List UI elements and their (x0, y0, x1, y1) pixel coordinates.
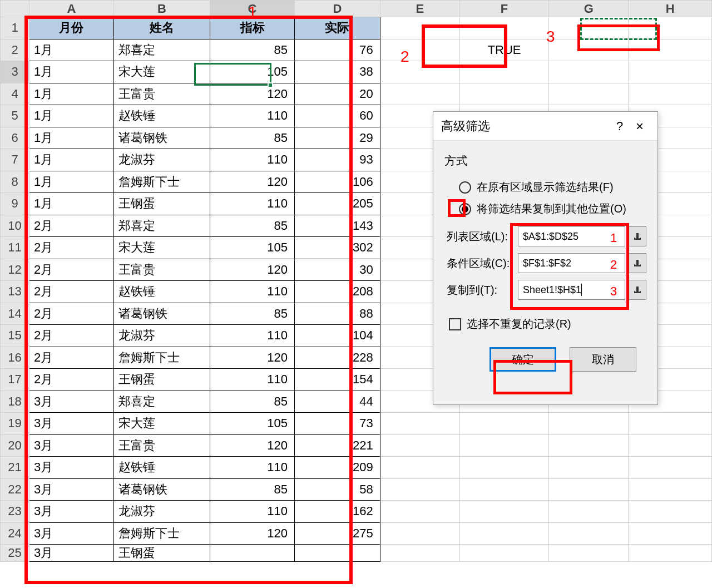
table-cell[interactable]: 120 (210, 83, 295, 105)
table-cell[interactable]: 1月 (29, 127, 114, 149)
cell[interactable] (629, 61, 712, 83)
cell[interactable] (549, 522, 629, 545)
table-cell[interactable]: 诸葛钢铁 (113, 478, 210, 501)
table-cell[interactable]: 詹姆斯下士 (113, 171, 210, 193)
cell[interactable] (380, 413, 459, 435)
table-cell[interactable]: 58 (294, 478, 380, 501)
table-cell[interactable]: 85 (210, 391, 295, 413)
table-cell[interactable]: 王钢蛋 (113, 193, 210, 215)
table-cell[interactable]: 221 (294, 434, 380, 457)
column-header-B[interactable]: B (113, 1, 210, 17)
table-cell[interactable]: 110 (210, 369, 295, 391)
cell[interactable] (629, 545, 712, 562)
table-cell[interactable]: 106 (294, 171, 380, 193)
row-header-4[interactable]: 4 (1, 83, 29, 105)
unique-records-checkbox-row[interactable]: 选择不重复的记录(R) (444, 307, 646, 332)
table-cell[interactable]: 赵铁锤 (113, 105, 210, 127)
cell[interactable] (629, 39, 712, 61)
table-cell[interactable]: 宋大莲 (113, 413, 210, 435)
table-cell[interactable]: 郑喜定 (113, 215, 210, 237)
table-cell[interactable]: 王富贵 (113, 83, 210, 105)
cell[interactable] (459, 413, 548, 435)
table-cell[interactable]: 38 (294, 61, 380, 83)
table-cell[interactable]: 1月 (29, 61, 114, 83)
row-header-3[interactable]: 3 (1, 61, 29, 83)
table-cell[interactable]: 154 (294, 369, 380, 391)
row-header-15[interactable]: 15 (1, 325, 29, 347)
table-cell[interactable]: 3月 (29, 545, 114, 562)
table-cell[interactable]: 龙淑芬 (113, 325, 210, 347)
row-header-24[interactable]: 24 (1, 522, 29, 545)
table-cell[interactable]: 3月 (29, 413, 114, 435)
table-cell[interactable]: 3月 (29, 457, 114, 479)
cell[interactable] (629, 413, 712, 435)
table-cell[interactable]: 105 (210, 413, 295, 435)
row-header-23[interactable]: 23 (1, 501, 29, 523)
table-cell[interactable]: 110 (210, 281, 295, 303)
column-header-H[interactable]: H (629, 1, 712, 17)
cell[interactable] (629, 501, 712, 523)
table-cell[interactable]: 143 (294, 215, 380, 237)
table-cell[interactable]: 162 (294, 501, 380, 523)
table-cell[interactable]: 3月 (29, 391, 114, 413)
cancel-button[interactable]: 取消 (570, 347, 636, 372)
row-header-7[interactable]: 7 (1, 149, 29, 171)
cell[interactable] (459, 478, 548, 501)
cell[interactable] (629, 83, 712, 105)
table-cell[interactable]: 85 (210, 39, 295, 61)
cell[interactable] (459, 501, 548, 523)
row-header-19[interactable]: 19 (1, 413, 29, 435)
row-header-17[interactable]: 17 (1, 369, 29, 391)
table-cell[interactable]: 105 (210, 237, 295, 259)
cell[interactable] (629, 478, 712, 501)
cell[interactable] (459, 434, 548, 457)
radio-filter-in-place[interactable]: 在原有区域显示筛选结果(F) (444, 176, 646, 198)
row-header-14[interactable]: 14 (1, 303, 29, 325)
cell[interactable] (629, 522, 712, 545)
row-header-6[interactable]: 6 (1, 127, 29, 149)
row-header-9[interactable]: 9 (1, 193, 29, 215)
cell[interactable] (549, 39, 629, 61)
row-header-20[interactable]: 20 (1, 434, 29, 457)
table-cell[interactable]: 30 (294, 259, 380, 281)
cell[interactable] (629, 457, 712, 479)
table-cell[interactable]: 龙淑芬 (113, 501, 210, 523)
table-cell[interactable] (294, 545, 380, 562)
row-header-13[interactable]: 13 (1, 281, 29, 303)
cell[interactable] (459, 522, 548, 545)
cell[interactable] (380, 478, 459, 501)
table-cell[interactable]: 诸葛钢铁 (113, 127, 210, 149)
table-cell[interactable]: 76 (294, 39, 380, 61)
table-cell[interactable]: 110 (210, 149, 295, 171)
cell[interactable] (629, 434, 712, 457)
table-cell[interactable]: 2月 (29, 259, 114, 281)
row-header-2[interactable]: 2 (1, 39, 29, 61)
table-cell[interactable]: 60 (294, 105, 380, 127)
row-header-18[interactable]: 18 (1, 391, 29, 413)
table-cell[interactable]: 1月 (29, 39, 114, 61)
table-cell[interactable]: 110 (210, 501, 295, 523)
cell[interactable] (380, 61, 459, 83)
table-cell[interactable]: 3月 (29, 434, 114, 457)
table-cell[interactable]: 王富贵 (113, 259, 210, 281)
table-cell[interactable]: 88 (294, 303, 380, 325)
table-cell[interactable]: 2月 (29, 347, 114, 369)
table-cell[interactable]: 73 (294, 413, 380, 435)
row-header-25[interactable]: 25 (1, 545, 29, 562)
table-cell[interactable]: 302 (294, 237, 380, 259)
table-cell[interactable]: 110 (210, 193, 295, 215)
row-header-8[interactable]: 8 (1, 171, 29, 193)
cell[interactable] (459, 545, 548, 562)
cell[interactable] (549, 61, 629, 83)
cell[interactable] (459, 17, 548, 39)
table-header-cell[interactable]: 姓名 (113, 17, 210, 39)
list-range-input[interactable]: $A$1:$D$25 (518, 226, 625, 246)
table-cell[interactable]: 209 (294, 457, 380, 479)
row-header-22[interactable]: 22 (1, 478, 29, 501)
table-cell[interactable]: 120 (210, 259, 295, 281)
ok-button[interactable]: 确定 (490, 347, 556, 372)
table-cell[interactable]: 1月 (29, 193, 114, 215)
cell[interactable] (549, 17, 629, 39)
table-cell[interactable]: 85 (210, 303, 295, 325)
table-cell[interactable]: 120 (210, 171, 295, 193)
